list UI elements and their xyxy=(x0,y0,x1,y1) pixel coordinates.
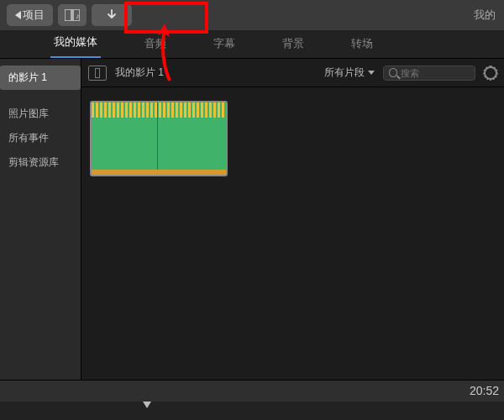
clip-filter-dropdown[interactable]: 所有片段 xyxy=(324,66,375,80)
search-field[interactable] xyxy=(383,66,475,81)
svg-rect-0 xyxy=(65,9,71,21)
timeline-ruler[interactable] xyxy=(0,402,504,420)
sidebar-item-resources[interactable]: 剪辑资源库 xyxy=(0,150,81,175)
media-browser: 我的影片 1 所有片段 xyxy=(81,59,504,380)
content-area: 的影片 1 照片图库 所有事件 剪辑资源库 我的影片 1 所有片段 xyxy=(0,59,504,380)
tab-my-media[interactable]: 我的媒体 xyxy=(50,29,101,58)
search-icon xyxy=(389,68,397,77)
browser-title: 我的影片 1 xyxy=(115,66,164,80)
settings-button[interactable] xyxy=(484,66,497,80)
project-name-label: 我的 xyxy=(474,8,497,23)
back-to-projects-button[interactable]: 项目 xyxy=(7,4,53,26)
library-sidebar: 的影片 1 照片图库 所有事件 剪辑资源库 xyxy=(0,59,81,380)
audio-baseline-icon xyxy=(92,170,226,175)
filmstrip-icon xyxy=(95,68,100,78)
playhead-icon[interactable] xyxy=(143,402,151,408)
media-clip[interactable] xyxy=(90,101,228,176)
layout-icon: ♪ xyxy=(65,9,80,21)
clip-divider xyxy=(157,102,158,175)
search-input[interactable] xyxy=(401,68,470,78)
clip-filter-label: 所有片段 xyxy=(324,66,365,80)
timeline-footer: 20:52 xyxy=(0,380,504,420)
audio-waveform-icon xyxy=(92,102,226,118)
import-button[interactable] xyxy=(92,4,132,26)
chevron-left-icon xyxy=(15,11,21,19)
sidebar-item-all-events[interactable]: 所有事件 xyxy=(0,126,81,150)
chevron-down-icon xyxy=(368,71,375,75)
browser-toolbar: 我的影片 1 所有片段 xyxy=(81,59,504,87)
tab-backgrounds[interactable]: 背景 xyxy=(279,31,307,58)
back-label: 项目 xyxy=(23,8,45,23)
tab-transitions[interactable]: 转场 xyxy=(348,31,376,58)
filmstrip-toggle-button[interactable] xyxy=(88,66,107,81)
sidebar-item-project[interactable]: 的影片 1 xyxy=(0,66,81,90)
svg-text:♪: ♪ xyxy=(76,12,80,20)
tab-titles[interactable]: 字幕 xyxy=(210,31,239,58)
titlebar: 项目 ♪ 我的 xyxy=(0,0,504,30)
tab-audio[interactable]: 音频 xyxy=(141,31,170,58)
sidebar-item-photos[interactable]: 照片图库 xyxy=(0,102,81,126)
layout-toggle-button[interactable]: ♪ xyxy=(58,4,87,26)
timecode-display: 20:52 xyxy=(470,384,499,397)
download-arrow-icon xyxy=(105,8,118,22)
clips-area xyxy=(81,87,504,380)
media-tabs: 我的媒体 音频 字幕 背景 转场 xyxy=(0,30,504,59)
